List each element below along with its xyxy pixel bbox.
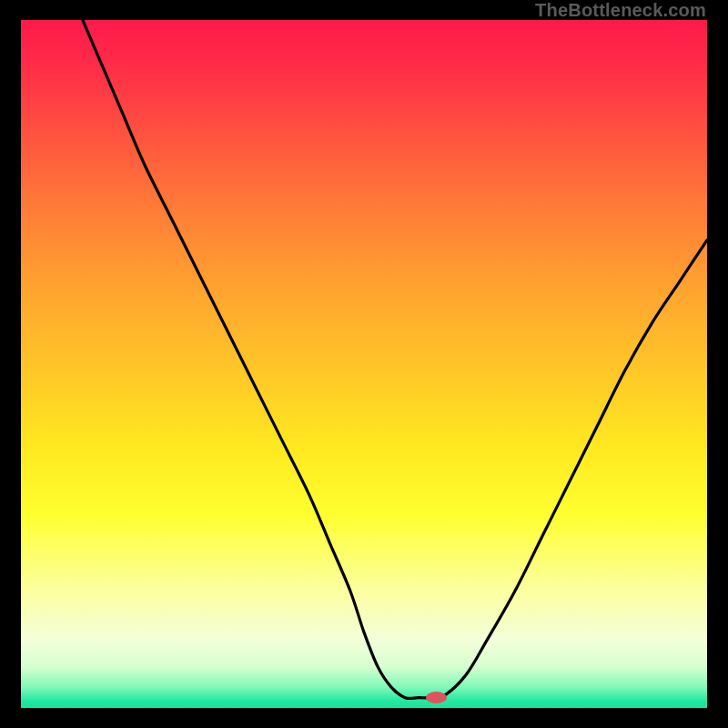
plot-area — [21, 20, 707, 708]
bottleneck-curve — [21, 20, 707, 708]
optimal-point-marker — [426, 692, 447, 703]
chart-frame: TheBottleneck.com — [0, 0, 728, 728]
attribution-text: TheBottleneck.com — [535, 0, 706, 21]
